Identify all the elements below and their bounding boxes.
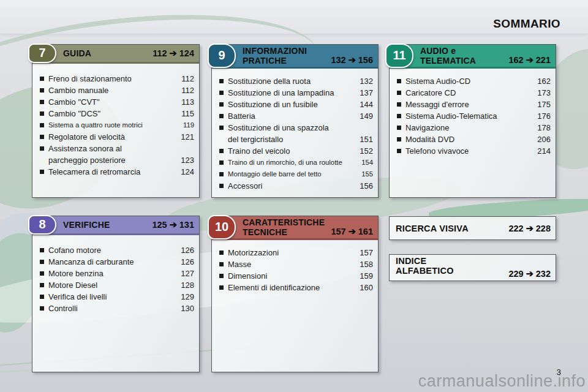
toc-item-label: Sistema Audio-Telematica [405, 110, 535, 122]
chapter-number-badge: 7 [28, 43, 56, 63]
toc-item: Dimensioni159 [218, 270, 373, 282]
toc-item-page: 151 [357, 134, 373, 145]
toc-item: Accessori156 [218, 180, 373, 192]
section-body: Sistema Audio-CD162Caricatore CD173Messa… [390, 69, 556, 197]
page-range: 112 ➔ 124 [153, 48, 194, 58]
toc-item-label: Cambio "CVT" [48, 96, 178, 108]
chapter-number-badge: 9 [208, 43, 236, 68]
toc-item-page: 119 [178, 119, 194, 131]
section-verifiche: 8VERIFICHE125 ➔ 131Cofano motore126Manca… [32, 216, 200, 372]
toc-item: Cofano motore126 [39, 244, 194, 256]
toc-item: Motorizzazioni157 [218, 247, 373, 258]
toc-item-label: Batteria [228, 110, 357, 122]
toc-item-page: 127 [178, 268, 194, 279]
toc-item-line: Dimensioni [228, 270, 355, 282]
toc-item-page: 132 [357, 75, 373, 87]
toc-item-line: Navigazione [405, 122, 532, 134]
toc-item: Mancanza di carburante126 [39, 256, 194, 268]
toc-item-line: Freno di stazionamento [48, 73, 176, 85]
toc-item-page: 173 [535, 87, 551, 99]
toc-sections-container: 7GUIDA112 ➔ 124Freno di stazionamento112… [0, 0, 588, 392]
bullet-icon [40, 100, 44, 104]
bullet-icon [219, 114, 224, 118]
toc-item-label: Verifica dei livelli [48, 291, 178, 303]
section-title: INDICEALFABETICO [396, 256, 454, 276]
toc-item: Messaggi d'errore175 [396, 99, 551, 110]
toc-item: Telecamera di retromarcia124 [39, 166, 194, 178]
page-title: SOMMARIO [493, 17, 560, 31]
toc-item-line: del tergicristallo [228, 134, 355, 145]
toc-item-line: Accessori [228, 180, 355, 192]
toc-item-page: 175 [535, 99, 551, 110]
toc-item: Modalità DVD206 [396, 134, 551, 145]
toc-item-label: Sistema a quattro ruote motrici [48, 119, 178, 131]
toc-item-line: Batteria [228, 110, 355, 122]
section-title-line: TECNICHE [243, 227, 325, 237]
page-range: 229 ➔ 232 [508, 269, 551, 279]
section-header-informazioni: 9INFORMAZIONIPRATICHE132 ➔ 156 [212, 45, 378, 69]
section-header-verifiche: 8VERIFICHE125 ➔ 131 [32, 216, 199, 235]
toc-item-label: Sostituzione di un fusibile [228, 99, 357, 110]
toc-item-line: Mancanza di carburante [48, 256, 176, 268]
toc-item: Cambio "CVT"113 [39, 96, 194, 108]
toc-item-page: 214 [535, 145, 551, 157]
toc-item-page: 124 [178, 166, 194, 178]
toc-item-label: Cambio manuale [48, 85, 178, 96]
toc-item-line: Controlli [48, 303, 176, 314]
bullet-icon [40, 283, 44, 287]
toc-item-page: 126 [178, 244, 194, 256]
toc-item-line: parcheggio posteriore [48, 154, 176, 166]
toc-item: Assistenza sonora alparcheggio posterior… [39, 143, 194, 166]
bullet-icon [397, 149, 401, 153]
bullet-icon [219, 274, 224, 278]
section-title: RICERCA VISIVA [396, 224, 469, 233]
section-title: GUIDA [63, 48, 91, 58]
toc-item: Sostituzione della ruota132 [218, 75, 373, 87]
toc-item: Caricatore CD173 [396, 87, 551, 99]
toc-item-label: Sostituzione di una spazzoladel tergicri… [228, 122, 357, 145]
bullet-icon [40, 170, 44, 174]
toc-item-line: Traino di un rimorchio, di una roulotte [228, 157, 355, 168]
section-body: Sostituzione della ruota132Sostituzione … [212, 69, 378, 197]
toc-item-label: Motore Diesel [48, 279, 178, 291]
toc-item: Masse158 [218, 258, 373, 270]
toc-item-page: 128 [178, 279, 194, 291]
toc-item-label: Cambio "DCS" [48, 108, 178, 119]
bullet-icon [397, 91, 401, 95]
bullet-icon [40, 248, 44, 252]
toc-item: Cambio "DCS"115 [39, 108, 194, 119]
page-range: 222 ➔ 228 [508, 224, 551, 233]
toc-item-line: Motore benzina [48, 268, 176, 279]
bullet-icon [219, 172, 224, 176]
page-range: 125 ➔ 131 [152, 220, 194, 230]
bullet-icon [40, 306, 44, 311]
section-title-line: INFORMAZIONI [243, 46, 307, 56]
toc-item-label: Sistema Audio-CD [405, 75, 535, 87]
toc-item: Telefono vivavoce214 [396, 145, 551, 157]
toc-item-label: Sostituzione di una lampadina [228, 87, 357, 99]
chapter-number-badge: 11 [385, 43, 413, 68]
section-body: Cofano motore126Mancanza di carburante12… [32, 235, 199, 372]
bullet-icon [397, 137, 401, 141]
toc-item-line: Verifica dei livelli [48, 291, 176, 303]
toc-item-label: Cofano motore [48, 244, 178, 256]
toc-item-line: Cambio manuale [48, 85, 176, 96]
toc-item: Freno di stazionamento112 [39, 73, 194, 85]
section-guida: 7GUIDA112 ➔ 124Freno di stazionamento112… [32, 44, 200, 198]
toc-item-line: Motorizzazioni [228, 247, 355, 258]
toc-item-line: Motore Diesel [48, 279, 176, 291]
toc-item-page: 137 [357, 87, 373, 99]
toc-item-label: Masse [228, 258, 357, 270]
toc-item-page: 162 [535, 75, 551, 87]
toc-item-line: Sostituzione di una spazzola [228, 122, 355, 134]
bullet-icon [40, 271, 44, 276]
toc-item-page: 156 [357, 180, 373, 192]
section-informazioni: 9INFORMAZIONIPRATICHE132 ➔ 156Sostituzio… [211, 44, 379, 198]
section-ricerca: RICERCA VISIVA222 ➔ 228 [389, 216, 556, 240]
toc-item-label: Sostituzione della ruota [228, 75, 357, 87]
toc-item-page: 155 [357, 168, 373, 180]
toc-item-line: Telecamera di retromarcia [48, 166, 176, 178]
toc-item-page: 178 [535, 122, 551, 134]
toc-item-page: 115 [178, 108, 194, 119]
bullet-icon [219, 262, 224, 266]
